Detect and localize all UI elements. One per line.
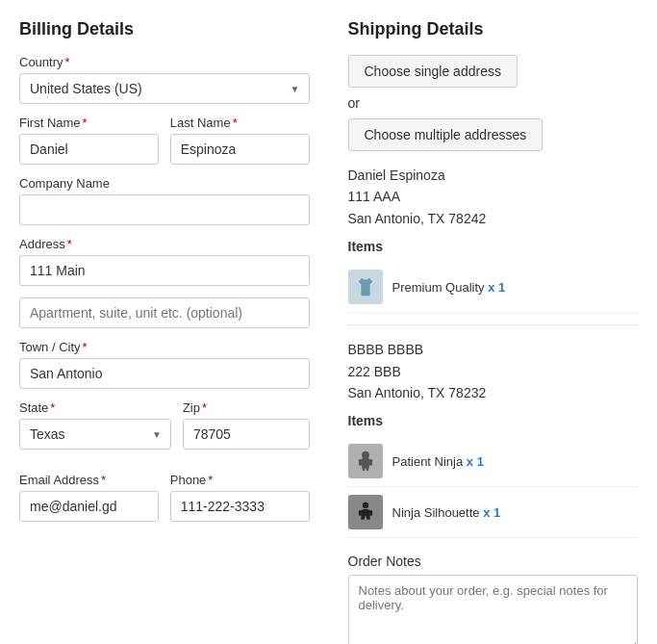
address-group: Address* [19, 237, 310, 286]
address2-item-1: Patient Ninja x 1 [348, 436, 639, 487]
address2-input[interactable] [19, 297, 310, 328]
or-text: or [348, 95, 639, 111]
state-select[interactable]: Texas California New York [19, 419, 171, 450]
country-select[interactable]: United States (US) Canada United Kingdom [19, 73, 310, 104]
phone-label: Phone* [170, 473, 310, 487]
address2-item2-name: Ninja Silhouette x 1 [392, 505, 501, 520]
state-select-wrapper: Texas California New York [19, 419, 171, 450]
choose-multiple-addresses-btn-wrapper: Choose multiple addresses [348, 118, 639, 151]
address2-group [19, 297, 310, 328]
country-label: Country* [19, 55, 310, 69]
phone-group: Phone* [170, 473, 310, 522]
email-input[interactable] [19, 491, 159, 522]
city-label: Town / City* [19, 340, 310, 354]
billing-section: Billing Details Country* United States (… [19, 19, 310, 644]
country-select-wrapper: United States (US) Canada United Kingdom [19, 73, 310, 104]
address1-name: Daniel Espinoza [348, 165, 639, 186]
address2-item-2: Ninja Silhouette x 1 [348, 487, 639, 538]
svg-rect-3 [368, 459, 371, 466]
address-divider [348, 324, 639, 325]
order-notes-section: Order Notes [348, 554, 639, 644]
city-input[interactable] [19, 358, 310, 389]
phone-input[interactable] [170, 491, 310, 522]
last-name-label: Last Name* [170, 116, 310, 130]
svg-rect-2 [358, 459, 361, 466]
email-group: Email Address* [19, 473, 159, 522]
ninja-icon [348, 444, 383, 478]
state-zip-row: State* Texas California New York Zip* [19, 400, 310, 461]
choose-single-address-button[interactable]: Choose single address [348, 55, 518, 88]
first-name-input[interactable] [19, 134, 159, 165]
shipping-section: Shipping Details Choose single address o… [348, 19, 639, 644]
address-label: Address* [19, 237, 310, 251]
address2-line2: San Antonio, TX 78232 [348, 382, 639, 403]
company-input[interactable] [19, 194, 310, 225]
address2-item1-name: Patient Ninja x 1 [392, 454, 484, 469]
svg-rect-4 [362, 468, 364, 472]
address1-item-1: Premium Quality x 1 [348, 262, 639, 313]
ninja-silhouette-icon [348, 495, 383, 529]
address1-line2: San Antonio, TX 78242 [348, 208, 639, 229]
email-phone-row: Email Address* Phone* [19, 473, 310, 522]
zip-label: Zip* [183, 400, 310, 415]
svg-rect-1 [362, 458, 369, 469]
state-label: State* [19, 400, 171, 415]
choose-single-address-btn-wrapper: Choose single address [348, 55, 639, 88]
choose-multiple-addresses-button[interactable]: Choose multiple addresses [348, 118, 543, 151]
address2-line1: 222 BBB [348, 361, 639, 382]
zip-group: Zip* [183, 400, 310, 450]
svg-rect-8 [368, 510, 371, 516]
last-name-group: Last Name* [170, 116, 310, 165]
zip-input[interactable] [183, 419, 310, 450]
address-block-1: Daniel Espinoza 111 AAA San Antonio, TX … [348, 165, 639, 229]
email-label: Email Address* [19, 473, 159, 487]
address-input[interactable] [19, 255, 310, 286]
shirt-icon [348, 270, 383, 304]
address1-line1: 111 AAA [348, 186, 639, 207]
last-name-input[interactable] [170, 134, 310, 165]
country-group: Country* United States (US) Canada Unite… [19, 55, 310, 104]
address2-name: BBBB BBBB [348, 339, 639, 360]
first-name-label: First Name* [19, 116, 159, 130]
state-group: State* Texas California New York [19, 400, 171, 450]
company-label: Company Name [19, 176, 310, 191]
billing-title: Billing Details [19, 19, 310, 39]
shipping-title: Shipping Details [348, 19, 639, 39]
svg-rect-7 [358, 510, 361, 516]
svg-rect-5 [366, 468, 367, 472]
address2-items-label: Items [348, 413, 639, 428]
address1-item1-name: Premium Quality x 1 [392, 280, 506, 295]
svg-point-6 [362, 502, 367, 508]
svg-point-0 [362, 451, 369, 459]
order-notes-label: Order Notes [348, 554, 639, 569]
company-group: Company Name [19, 176, 310, 225]
order-notes-input[interactable] [348, 575, 639, 644]
address-block-2: BBBB BBBB 222 BBB San Antonio, TX 78232 [348, 339, 639, 403]
name-row: First Name* Last Name* [19, 116, 310, 165]
first-name-group: First Name* [19, 116, 159, 165]
city-group: Town / City* [19, 340, 310, 389]
address1-items-label: Items [348, 239, 639, 254]
